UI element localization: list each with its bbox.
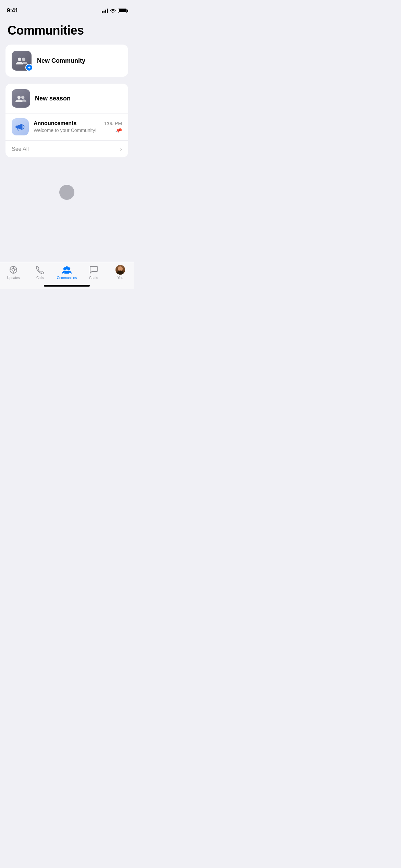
page-title: Communities <box>0 16 134 45</box>
loading-area <box>0 164 134 200</box>
group-people-icon <box>15 94 26 103</box>
signal-icon <box>102 9 108 13</box>
new-community-row[interactable]: + New Community <box>5 45 128 77</box>
plus-badge: + <box>25 64 33 71</box>
svg-point-1 <box>22 58 25 61</box>
people-icon <box>16 55 27 67</box>
announcement-top: Announcements 1:06 PM <box>34 120 122 126</box>
svg-point-0 <box>18 58 21 61</box>
group-icon <box>12 89 30 108</box>
community-name-row[interactable]: New season <box>5 84 128 113</box>
announcement-time: 1:06 PM <box>104 121 122 126</box>
tab-label-chats: Chats <box>89 276 98 280</box>
you-avatar <box>116 265 125 275</box>
status-time: 9:41 <box>7 7 18 14</box>
announcement-title: Announcements <box>34 120 76 126</box>
tab-item-updates[interactable]: Updates <box>3 265 24 280</box>
new-community-card[interactable]: + New Community <box>5 45 128 77</box>
calls-icon <box>35 265 45 275</box>
community-group-card: New season Announcements 1:06 PM Welcome… <box>5 84 128 157</box>
wifi-icon <box>110 9 116 13</box>
see-all-row[interactable]: See All › <box>5 141 128 157</box>
announcement-subtitle: Welcome to your Community! <box>34 128 96 133</box>
announcement-row[interactable]: Announcements 1:06 PM Welcome to your Co… <box>5 113 128 141</box>
svg-point-3 <box>21 96 24 99</box>
tab-label-updates: Updates <box>7 276 20 280</box>
announcement-bottom: Welcome to your Community! 📌 <box>34 127 122 134</box>
megaphone-icon <box>15 122 25 131</box>
announcement-icon-bg <box>12 118 29 135</box>
home-indicator <box>44 285 90 287</box>
chevron-right-icon: › <box>120 145 122 153</box>
svg-point-2 <box>17 96 21 99</box>
announcement-content: Announcements 1:06 PM Welcome to your Co… <box>34 120 122 134</box>
tab-item-calls[interactable]: Calls <box>30 265 50 280</box>
updates-icon <box>9 265 18 275</box>
tab-label-you: You <box>118 276 123 280</box>
loading-dot <box>59 185 74 200</box>
chats-icon <box>89 265 98 275</box>
community-group-name: New season <box>35 95 71 102</box>
pin-icon: 📌 <box>114 126 123 135</box>
tab-label-calls: Calls <box>36 276 44 280</box>
new-community-icon-wrapper: + <box>12 51 32 71</box>
svg-point-5 <box>12 268 15 271</box>
svg-point-12 <box>65 266 68 269</box>
tab-item-you[interactable]: You <box>110 265 131 280</box>
see-all-text: See All <box>12 146 29 152</box>
communities-icon <box>62 265 72 275</box>
battery-icon <box>118 9 127 13</box>
tab-item-chats[interactable]: Chats <box>83 265 104 280</box>
tab-label-communities: Communities <box>57 276 77 280</box>
new-community-label: New Community <box>37 57 85 64</box>
status-icons <box>102 9 127 13</box>
status-bar: 9:41 <box>0 0 134 16</box>
tab-item-communities[interactable]: Communities <box>57 265 77 280</box>
